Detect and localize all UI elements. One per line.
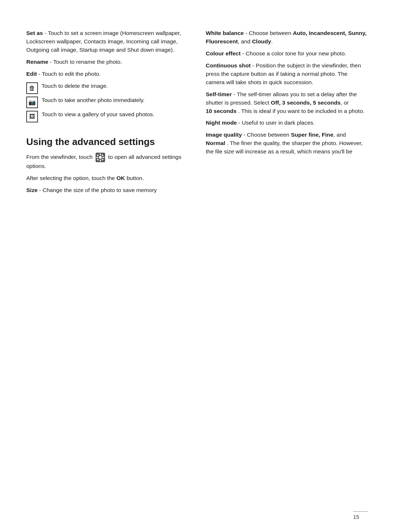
gear-icon: [96, 153, 105, 162]
size-paragraph: Size - Change the size of the photo to s…: [26, 186, 188, 195]
edit-paragraph: Edit - Touch to edit the photo.: [26, 70, 188, 78]
image-quality-options: Super fine, Fine: [291, 132, 333, 138]
white-balance-period: .: [271, 38, 273, 44]
trash-icon: 🗑: [26, 82, 38, 94]
camera-icon-text: Touch to take another photo immediately.: [42, 96, 144, 105]
continuous-shot-label: Continuous shot: [206, 62, 251, 69]
rename-label: Rename: [26, 59, 48, 65]
white-balance-paragraph: White balance - Choose between Auto, Inc…: [206, 29, 368, 46]
size-label: Size: [26, 187, 38, 193]
night-mode-label: Night mode: [206, 120, 237, 126]
white-balance-cloudy: Cloudy: [252, 38, 271, 44]
right-column: White balance - Choose between Auto, Inc…: [206, 29, 368, 198]
after-selecting-paragraph: After selecting the option, touch the OK…: [26, 174, 188, 183]
svg-point-1: [99, 156, 102, 159]
rename-paragraph: Rename - Touch to rename the photo.: [26, 58, 188, 66]
self-timer-text-2: . This is ideal if you want to be includ…: [238, 108, 364, 114]
two-column-layout: Set as - Touch to set a screen image (Ho…: [26, 29, 368, 198]
colour-effect-paragraph: Colour effect - Choose a color tone for …: [206, 50, 368, 58]
image-quality-normal: Normal: [206, 140, 225, 146]
gallery-icon-text: Touch to view a gallery of your saved ph…: [42, 110, 154, 119]
night-mode-text: - Useful to user in dark places.: [239, 120, 315, 126]
colour-effect-text: - Choose a color tone for your new photo…: [242, 50, 346, 56]
size-text: - Change the size of the photo to save m…: [39, 187, 157, 193]
edit-label: Edit: [26, 71, 37, 77]
image-quality-text-1: - Choose between: [243, 132, 289, 138]
svg-rect-4: [96, 157, 98, 158]
image-quality-paragraph: Image quality - Choose between Super fin…: [206, 131, 368, 156]
white-balance-and: , and: [238, 38, 250, 44]
advanced-settings-heading: Using the advanced settings: [26, 136, 188, 148]
after-ok-text: button.: [127, 175, 144, 181]
colour-effect-label: Colour effect: [206, 50, 241, 56]
white-balance-label: White balance: [206, 30, 244, 36]
continuous-shot-paragraph: Continuous shot - Position the subject i…: [206, 62, 368, 87]
image-quality-and: , and: [333, 132, 346, 138]
page: Set as - Touch to set a screen image (Ho…: [0, 0, 394, 532]
self-timer-label: Self-timer: [206, 91, 232, 97]
svg-rect-2: [100, 153, 101, 155]
self-timer-or: , or: [341, 99, 349, 106]
page-number: 15: [353, 514, 359, 520]
set-as-label: Set as: [26, 30, 43, 36]
image-quality-text-2: . The finer the quality, the sharper the…: [206, 140, 363, 154]
image-quality-label: Image quality: [206, 132, 242, 138]
rename-text: - Touch to rename the photo.: [50, 59, 122, 65]
svg-rect-3: [100, 160, 101, 161]
delete-icon-text: Touch to delete the image.: [42, 82, 108, 90]
edit-text: - Touch to edit the photo.: [39, 71, 101, 77]
camera-icon-row: 📷 Touch to take another photo immediatel…: [26, 96, 188, 108]
gallery-icon: 🖼: [26, 111, 38, 122]
gallery-icon-row: 🖼 Touch to view a gallery of your saved …: [26, 110, 188, 122]
viewfinder-paragraph: From the viewfinder, touch to open all a…: [26, 153, 188, 171]
delete-icon-row: 🗑 Touch to delete the image.: [26, 82, 188, 94]
page-number-container: 15: [353, 511, 368, 521]
self-timer-paragraph: Self-timer - The self-timer allows you t…: [206, 90, 368, 116]
self-timer-10: 10 seconds: [206, 108, 236, 114]
after-selecting-text: After selecting the option, touch the: [26, 175, 115, 181]
set-as-paragraph: Set as - Touch to set a screen image (Ho…: [26, 29, 188, 54]
set-as-text: - Touch to set a screen image (Homescree…: [26, 30, 181, 53]
ok-label: OK: [116, 175, 125, 181]
left-column: Set as - Touch to set a screen image (Ho…: [26, 29, 188, 198]
camera-icon: 📷: [26, 97, 38, 108]
night-mode-paragraph: Night mode - Useful to user in dark plac…: [206, 119, 368, 127]
viewfinder-text-1: From the viewfinder, touch: [26, 154, 93, 160]
svg-rect-5: [103, 157, 104, 158]
page-number-divider: [353, 511, 368, 512]
white-balance-text: - Choose between: [246, 30, 291, 36]
self-timer-options: Off, 3 seconds, 5 seconds: [271, 99, 340, 106]
